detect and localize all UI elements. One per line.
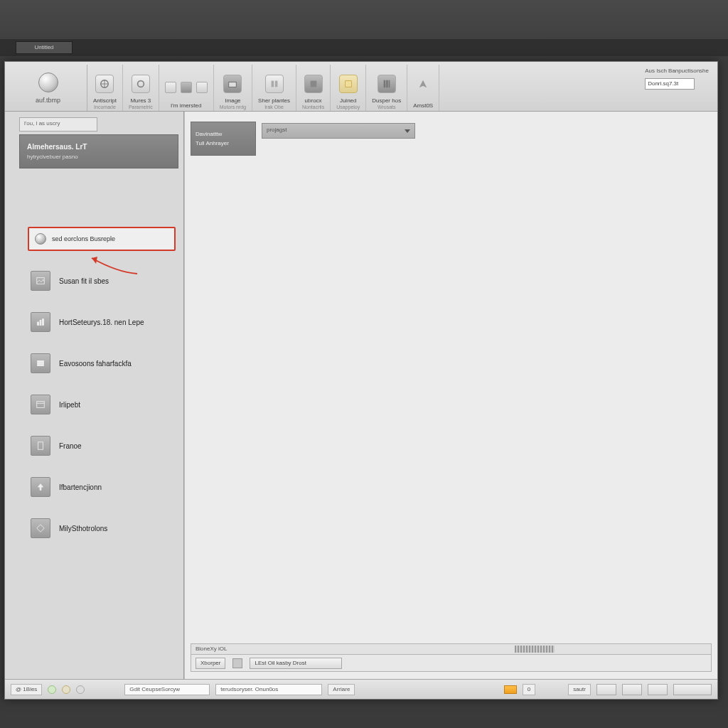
svg-rect-7 — [383, 80, 385, 88]
status-button[interactable] — [596, 684, 616, 695]
books-icon[interactable] — [378, 75, 396, 93]
svg-rect-17 — [37, 402, 45, 408]
status-chip[interactable]: Arriare — [328, 684, 355, 695]
content-bottom-bar: Xborper LEst Oil kasby Drost — [191, 655, 712, 672]
chart-icon — [31, 312, 50, 332]
ribbon-label: Image — [225, 97, 240, 104]
sidebar-item-label: HortSeteurys.18. nen Lepe — [59, 318, 144, 326]
ribbon-orb-section: auf.tbmp — [9, 65, 87, 111]
sidebar-item[interactable]: Susan fit il sbes — [31, 271, 144, 291]
status-chip[interactable]: @ 1Bles — [11, 684, 42, 695]
panel-icon[interactable] — [265, 75, 284, 93]
backdrop-tab[interactable]: Untitled — [16, 41, 73, 54]
svg-point-1 — [137, 81, 144, 87]
ribbon-group-6: Juined Usappeloy — [331, 65, 366, 111]
svg-rect-13 — [43, 319, 44, 326]
ribbon-label: I'm imersted — [171, 102, 201, 109]
ribbon-label: Dusper hos — [372, 97, 401, 104]
sidebar-list: Susan fit il sbes HortSeteurys.18. nen L… — [31, 271, 144, 538]
sidebar-item[interactable]: Franoe — [31, 436, 144, 456]
svg-rect-12 — [40, 320, 41, 325]
sidebar-header-title: Almehersaus. LrT — [27, 143, 171, 151]
status-chip: 0 — [523, 684, 535, 695]
sidebar-item-label: MilySthotrolons — [59, 525, 107, 532]
ribbon-group-3: Image Motors nrdg — [214, 65, 252, 111]
ribbon-sublabel: Usappeloy — [336, 105, 360, 109]
ruler-grip-icon[interactable] — [515, 646, 555, 653]
status-dot-icon — [62, 685, 70, 694]
sidebar-header[interactable]: Almehersaus. LrT hytrycivebuer pasno — [19, 134, 178, 168]
ring-icon[interactable] — [132, 75, 150, 93]
upload-icon — [31, 477, 50, 497]
app-window: auf.tbmp Antiscript Incomade Mures 3 Pa — [4, 61, 718, 700]
status-input[interactable]: terudsoryser. Onun0os — [215, 684, 322, 695]
content-ruler[interactable]: BloneXy iOL — [191, 643, 712, 655]
ribbon-group-7: Dusper hos Wrosats — [366, 65, 407, 111]
svg-rect-19 — [38, 442, 43, 450]
content-dropdown[interactable]: projagst — [262, 123, 415, 139]
arrow-icon[interactable] — [414, 75, 432, 93]
svg-rect-4 — [274, 81, 277, 87]
list-icon — [31, 353, 50, 373]
small-icon[interactable] — [181, 82, 192, 93]
tag-icon — [31, 518, 50, 538]
sidebar-item[interactable]: MilySthotrolons — [31, 518, 144, 538]
bottom-button[interactable]: Xborper — [196, 658, 225, 669]
backdrop-strip — [0, 39, 728, 56]
content-pane: Davinatttw Tull Anhrayer projagst BloneX… — [184, 112, 717, 679]
status-input[interactable]: Gdit CeupseSorcyw — [124, 684, 210, 695]
ribbon-group-4: Sher plantes Irak Obe — [252, 65, 296, 111]
folder-icon[interactable] — [223, 75, 242, 93]
sidebar-item-label: Franoe — [59, 442, 82, 450]
ribbon-group-1: Mures 3 Parametric — [123, 65, 159, 111]
small-icon[interactable] — [196, 82, 208, 93]
status-dot-icon — [48, 685, 56, 694]
status-button[interactable] — [622, 684, 642, 695]
content-tab-row: Davinatttw Tull Anhrayer projagst — [191, 122, 415, 156]
ribbon-group-0: Antiscript Incomade — [87, 65, 123, 111]
ribbon-help-link[interactable]: Aus Isch Banpuctisonshe — [645, 68, 709, 74]
status-button[interactable] — [673, 684, 712, 695]
ribbon-toolbar: auf.tbmp Antiscript Incomade Mures 3 Pa — [5, 62, 717, 112]
content-tab[interactable]: Davinatttw Tull Anhrayer — [191, 122, 256, 156]
sidebar-highlighted-item[interactable]: sed eorclons Busreple — [28, 227, 176, 251]
sidebar-item-label: Eavosoons faharfackfa — [59, 360, 132, 368]
ribbon-sublabel: Wrosats — [378, 105, 396, 109]
ribbon-label: Sher plantes — [258, 97, 290, 104]
ribbon-readout-field[interactable]: Donrl.sq7.3t — [645, 78, 695, 90]
sidebar-item[interactable]: Irlipebt — [31, 395, 144, 414]
target-icon — [35, 233, 46, 245]
svg-rect-15 — [38, 363, 44, 364]
svg-rect-10 — [37, 278, 45, 284]
ribbon-group-2: I'm imersted — [159, 65, 214, 111]
svg-rect-14 — [38, 361, 44, 363]
image-icon — [31, 271, 50, 291]
sidebar-highlight-label: sed eorclons Busreple — [52, 235, 115, 242]
content-bottom: BloneXy iOL Xborper LEst Oil kasby Drost — [191, 643, 712, 672]
small-icon[interactable] — [165, 82, 176, 93]
status-warning-icon[interactable] — [504, 685, 517, 694]
sidebar-item-label: Ifbartencjionn — [59, 483, 102, 491]
ribbon-label: Amst0S — [413, 102, 433, 109]
app-orb-button[interactable] — [38, 73, 58, 92]
sidebar-item[interactable]: Eavosoons faharfackfa — [31, 353, 144, 373]
bottom-icon[interactable] — [232, 658, 242, 668]
sidebar-tab[interactable]: l'ou, l as uscry — [19, 117, 97, 132]
svg-rect-5 — [310, 81, 316, 87]
ribbon-sublabel: Irak Obe — [264, 105, 284, 109]
app-orb-label: auf.tbmp — [36, 97, 60, 104]
status-button[interactable] — [648, 684, 668, 695]
svg-rect-9 — [388, 80, 390, 88]
note-icon[interactable] — [339, 75, 358, 93]
globe-icon[interactable] — [95, 75, 114, 93]
ribbon-right: Aus Isch Banpuctisonshe Donrl.sq7.3t — [641, 65, 713, 92]
document-icon — [31, 436, 50, 456]
sidebar-item[interactable]: Ifbartencjionn — [31, 477, 144, 497]
sidebar-item[interactable]: HortSeteurys.18. nen Lepe — [31, 312, 144, 332]
sidebar: l'ou, l as uscry Almehersaus. LrT hytryc… — [5, 112, 184, 679]
bottom-field[interactable]: LEst Oil kasby Drost — [250, 658, 342, 669]
box-icon[interactable] — [304, 75, 323, 93]
status-chip[interactable]: sautr — [568, 684, 591, 695]
svg-rect-3 — [271, 81, 274, 87]
svg-rect-2 — [229, 82, 237, 87]
